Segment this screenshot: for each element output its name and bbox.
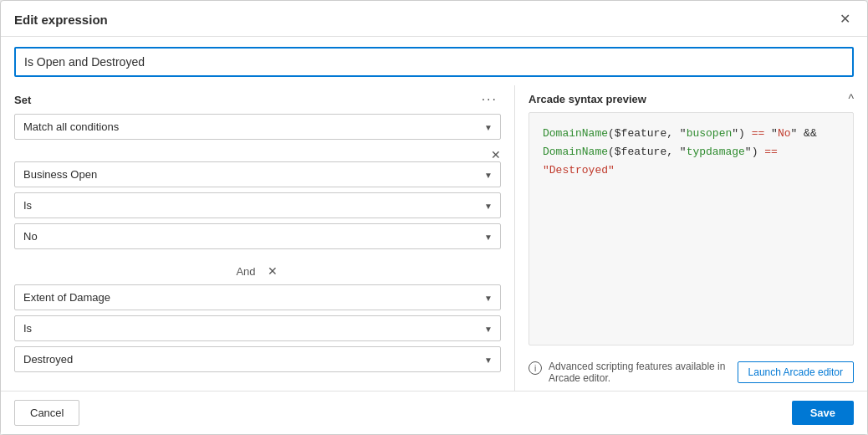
expression-input-row bbox=[1, 37, 867, 85]
code-token: == bbox=[752, 127, 765, 140]
code-token: "Destroyed" bbox=[543, 164, 615, 177]
code-line-3: "Destroyed" bbox=[543, 161, 840, 180]
save-button[interactable]: Save bbox=[792, 401, 854, 425]
condition1-close-row: ✕ bbox=[14, 148, 501, 161]
match-conditions-row: Match all conditions Match any condition… bbox=[14, 114, 501, 140]
condition1-value-dropdown[interactable]: No Yes bbox=[14, 223, 501, 249]
arcade-footer-info: i Advanced scripting features available … bbox=[528, 361, 738, 384]
code-token: ") bbox=[732, 127, 751, 140]
set-label: Set bbox=[14, 94, 31, 106]
dialog-header: Edit expression ✕ bbox=[1, 1, 867, 37]
info-icon: i bbox=[528, 361, 542, 375]
condition1-block: Business Open Extent of Damage ▼ Is Is N… bbox=[14, 161, 501, 254]
arcade-code-box: DomainName($feature, "busopen") == "No" … bbox=[528, 112, 854, 345]
dialog-body: Set ··· Match all conditions Match any c… bbox=[1, 85, 867, 391]
code-token: typdamage bbox=[687, 146, 745, 158]
code-token: ($feature, " bbox=[608, 127, 687, 140]
condition-separator: And ✕ bbox=[14, 264, 501, 278]
set-section-header: Set ··· bbox=[14, 92, 501, 107]
condition2-field-row: Business Open Extent of Damage ▼ bbox=[14, 284, 501, 310]
arcade-collapse-button[interactable]: ^ bbox=[848, 92, 854, 105]
close-button[interactable]: ✕ bbox=[836, 11, 854, 28]
match-condition-select-row: Match all conditions Match any condition… bbox=[14, 114, 501, 140]
condition2-operator-row: Is Is Not ▼ bbox=[14, 315, 501, 341]
code-token: ($feature, " bbox=[608, 146, 687, 158]
condition1-close-button[interactable]: ✕ bbox=[491, 148, 501, 161]
arcade-footer: i Advanced scripting features available … bbox=[528, 354, 854, 384]
condition2-value-row: Destroyed Major Minor ▼ bbox=[14, 346, 501, 372]
expression-input[interactable] bbox=[14, 47, 854, 77]
condition1-field-dropdown[interactable]: Business Open Extent of Damage bbox=[14, 161, 501, 187]
condition1-operator-row: Is Is Not ▼ bbox=[14, 192, 501, 218]
code-line-2: DomainName($feature, "typdamage") == bbox=[543, 143, 840, 161]
code-line-1: DomainName($feature, "busopen") == "No" … bbox=[543, 125, 840, 143]
separator-close-button[interactable]: ✕ bbox=[266, 264, 279, 278]
condition2-block: Business Open Extent of Damage ▼ Is Is N… bbox=[14, 284, 501, 377]
code-token: ") bbox=[745, 146, 764, 158]
arcade-footer-text: Advanced scripting features available in… bbox=[549, 361, 738, 384]
code-token: busopen bbox=[687, 127, 733, 140]
edit-expression-dialog: Edit expression ✕ Set ··· Match all cond… bbox=[0, 0, 868, 435]
cancel-button[interactable]: Cancel bbox=[14, 400, 79, 426]
launch-arcade-editor-button[interactable]: Launch Arcade editor bbox=[738, 361, 854, 383]
condition2-field-dropdown[interactable]: Business Open Extent of Damage bbox=[14, 284, 501, 310]
code-token: No bbox=[778, 127, 791, 140]
right-panel: Arcade syntax preview ^ DomainName($feat… bbox=[515, 85, 867, 391]
code-token: DomainName bbox=[543, 146, 608, 158]
condition2-value-dropdown[interactable]: Destroyed Major Minor bbox=[14, 346, 501, 372]
code-token: == bbox=[764, 146, 778, 158]
dialog-footer: Cancel Save bbox=[1, 391, 867, 434]
code-token: " && bbox=[790, 127, 816, 140]
code-token: DomainName bbox=[543, 127, 608, 140]
condition1-value-row: No Yes ▼ bbox=[14, 223, 501, 249]
arcade-header: Arcade syntax preview ^ bbox=[528, 92, 854, 105]
condition1-field-row: Business Open Extent of Damage ▼ bbox=[14, 161, 501, 187]
arcade-title: Arcade syntax preview bbox=[528, 93, 646, 105]
match-condition-dropdown[interactable]: Match all conditions Match any condition… bbox=[14, 114, 501, 140]
more-options-button[interactable]: ··· bbox=[478, 92, 501, 107]
code-token: " bbox=[764, 127, 778, 140]
condition1-operator-dropdown[interactable]: Is Is Not bbox=[14, 192, 501, 218]
dialog-title: Edit expression bbox=[14, 13, 108, 27]
separator-label: And bbox=[236, 265, 255, 278]
left-panel: Set ··· Match all conditions Match any c… bbox=[1, 85, 515, 391]
condition2-operator-dropdown[interactable]: Is Is Not bbox=[14, 315, 501, 341]
